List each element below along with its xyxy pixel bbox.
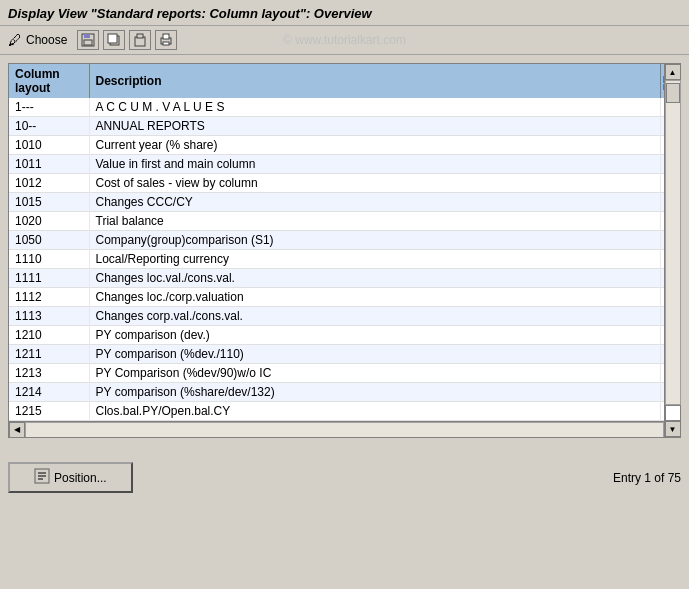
vertical-scrollbar[interactable]: ▲ ▼: [664, 64, 680, 437]
row-code: 1015: [9, 193, 89, 212]
table-row[interactable]: 1011 Value in first and main column: [9, 155, 680, 174]
row-desc: Changes loc.val./cons.val.: [89, 269, 660, 288]
svg-rect-8: [163, 34, 169, 39]
position-icon: [34, 468, 50, 487]
title-bar: Display View "Standard reports: Column l…: [0, 0, 689, 26]
toolbar: 🖊 Choose © www.tutorialkart.com: [0, 26, 689, 55]
row-code: 1213: [9, 364, 89, 383]
row-desc: PY comparison (dev.): [89, 326, 660, 345]
row-desc: Local/Reporting currency: [89, 250, 660, 269]
row-code: 1012: [9, 174, 89, 193]
choose-icon: 🖊: [8, 32, 22, 48]
row-desc: Changes loc./corp.valuation: [89, 288, 660, 307]
vscroll-down-btn[interactable]: ▼: [665, 421, 681, 437]
watermark: © www.tutorialkart.com: [283, 33, 406, 47]
row-code: 1011: [9, 155, 89, 174]
table-row[interactable]: 1210 PY comparison (dev.): [9, 326, 680, 345]
row-code: 1020: [9, 212, 89, 231]
svg-rect-1: [84, 34, 90, 38]
row-code: 1---: [9, 98, 89, 117]
vscroll-up-btn[interactable]: ▲: [665, 64, 681, 80]
main-content: Column layout Description 1--- A C C U M…: [0, 55, 689, 446]
hscroll-left-btn[interactable]: ◀: [9, 422, 25, 438]
svg-rect-2: [84, 40, 92, 45]
print-button[interactable]: [155, 30, 177, 50]
svg-rect-9: [163, 42, 169, 45]
row-code: 1110: [9, 250, 89, 269]
row-code: 1215: [9, 402, 89, 421]
svg-rect-4: [108, 34, 117, 43]
paste-button[interactable]: [129, 30, 151, 50]
row-desc: PY Comparison (%dev/90)w/o IC: [89, 364, 660, 383]
table-row[interactable]: 1214 PY comparison (%share/dev/132): [9, 383, 680, 402]
row-code: 1210: [9, 326, 89, 345]
row-desc: PY comparison (%share/dev/132): [89, 383, 660, 402]
position-button[interactable]: Position...: [8, 462, 133, 493]
row-desc: Clos.bal.PY/Open.bal.CY: [89, 402, 660, 421]
table-row[interactable]: 1020 Trial balance: [9, 212, 680, 231]
hscroll-track[interactable]: [25, 422, 664, 438]
table-row[interactable]: 1--- A C C U M . V A L U E S: [9, 98, 680, 117]
entry-info: Entry 1 of 75: [613, 471, 681, 485]
row-desc: Changes corp.val./cons.val.: [89, 307, 660, 326]
row-code: 1214: [9, 383, 89, 402]
table-row[interactable]: 1215 Clos.bal.PY/Open.bal.CY: [9, 402, 680, 421]
row-desc: Changes CCC/CY: [89, 193, 660, 212]
vscroll-thumb[interactable]: [666, 83, 680, 103]
row-code: 1111: [9, 269, 89, 288]
footer-area: Position... Entry 1 of 75: [0, 446, 689, 501]
choose-label[interactable]: Choose: [26, 33, 67, 47]
row-desc: PY comparison (%dev./110): [89, 345, 660, 364]
svg-rect-6: [137, 34, 143, 38]
row-code: 10--: [9, 117, 89, 136]
table-row[interactable]: 10-- ANNUAL REPORTS: [9, 117, 680, 136]
col-header-desc: Description: [89, 64, 660, 98]
row-desc: A C C U M . V A L U E S: [89, 98, 660, 117]
row-code: 1113: [9, 307, 89, 326]
table-row[interactable]: 1213 PY Comparison (%dev/90)w/o IC: [9, 364, 680, 383]
row-desc: Current year (% share): [89, 136, 660, 155]
row-code: 1211: [9, 345, 89, 364]
checkbox-cell[interactable]: [665, 405, 681, 421]
table-row[interactable]: 1113 Changes corp.val./cons.val.: [9, 307, 680, 326]
save-button[interactable]: [77, 30, 99, 50]
row-code: 1112: [9, 288, 89, 307]
row-desc: Trial balance: [89, 212, 660, 231]
table-row[interactable]: 1211 PY comparison (%dev./110): [9, 345, 680, 364]
table-row[interactable]: 1010 Current year (% share): [9, 136, 680, 155]
row-desc: Cost of sales - view by column: [89, 174, 660, 193]
row-code: 1010: [9, 136, 89, 155]
table-row[interactable]: 1112 Changes loc./corp.valuation: [9, 288, 680, 307]
copy-button[interactable]: [103, 30, 125, 50]
page-title: Display View "Standard reports: Column l…: [8, 6, 372, 21]
table-container: Column layout Description 1--- A C C U M…: [8, 63, 681, 438]
table-row[interactable]: 1110 Local/Reporting currency: [9, 250, 680, 269]
horizontal-scrollbar[interactable]: ◀ ▶: [9, 421, 680, 437]
row-code: 1050: [9, 231, 89, 250]
row-desc: Value in first and main column: [89, 155, 660, 174]
table-row[interactable]: 1012 Cost of sales - view by column: [9, 174, 680, 193]
col-header-code: Column layout: [9, 64, 89, 98]
table-row[interactable]: 1050 Company(group)comparison (S1): [9, 231, 680, 250]
table-row[interactable]: 1015 Changes CCC/CY: [9, 193, 680, 212]
table-row[interactable]: 1111 Changes loc.val./cons.val.: [9, 269, 680, 288]
position-label: Position...: [54, 471, 107, 485]
data-table: Column layout Description 1--- A C C U M…: [9, 64, 680, 421]
vscroll-track[interactable]: [665, 80, 681, 405]
row-desc: ANNUAL REPORTS: [89, 117, 660, 136]
row-desc: Company(group)comparison (S1): [89, 231, 660, 250]
